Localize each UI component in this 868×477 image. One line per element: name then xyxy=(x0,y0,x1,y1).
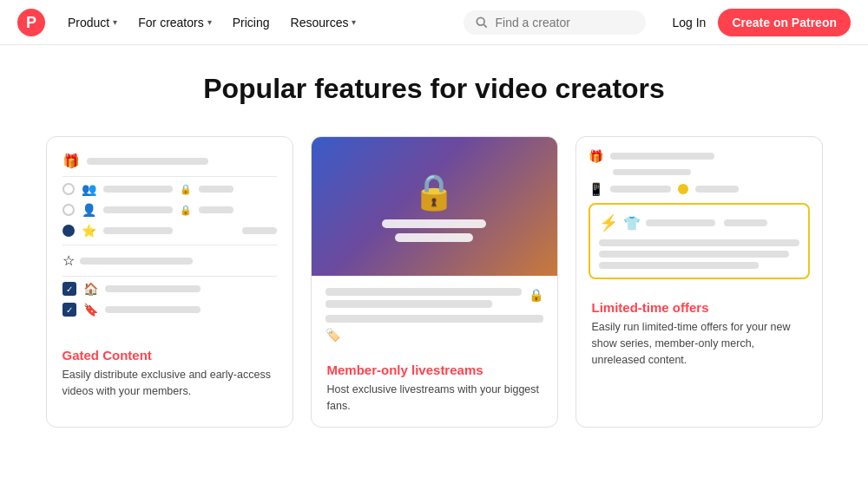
shirt-icon: 👕 xyxy=(623,215,641,232)
card2-video-mock: 🔒 xyxy=(312,137,557,276)
star2-icon: ☆ xyxy=(62,252,75,269)
mock-checkbox-checked2: ✓ xyxy=(62,303,76,317)
card-gated-content: 🎁 👥 🔒 👤 🔒 ⭐ xyxy=(46,136,293,428)
lightning-icon: ⚡ xyxy=(599,213,618,232)
mock-row-5: ✓ 🏠 xyxy=(62,282,277,296)
feature-title-offers: Limited-time offers xyxy=(592,300,806,315)
mock-radio xyxy=(62,204,75,216)
mock-row-4: ⭐ xyxy=(62,224,277,238)
mock-divider xyxy=(62,176,277,177)
mock-bar xyxy=(326,315,543,323)
logo[interactable]: P xyxy=(17,9,45,36)
mock-bar xyxy=(646,219,715,226)
feature-desc-offers: Easily run limited-time offers for your … xyxy=(592,319,806,368)
card2-text-lines xyxy=(326,288,522,308)
c3-top-rows: 🎁 📱 xyxy=(589,149,810,196)
mock-bar xyxy=(105,306,201,313)
mock-checkbox-checked: ✓ xyxy=(62,282,76,296)
mock-bar xyxy=(103,206,173,213)
c3-row-2: 📱 xyxy=(589,182,810,196)
offer-highlighted-box: ⚡ 👕 xyxy=(589,203,810,279)
page-title: Popular features for video creators xyxy=(17,73,851,105)
mock-bar xyxy=(695,186,739,193)
mock-bar xyxy=(724,219,767,226)
card1-footer: Gated Content Easily distribute exclusiv… xyxy=(47,339,293,412)
mock-bar xyxy=(242,227,277,234)
mock-divider xyxy=(62,245,277,245)
mock-divider xyxy=(62,276,277,277)
gift-icon: 🎁 xyxy=(589,149,603,163)
create-cta-button[interactable]: Create on Patreon xyxy=(718,9,851,36)
nav-items: Product ▾ For creators ▾ Pricing Resourc… xyxy=(59,10,464,35)
feature-title-gated: Gated Content xyxy=(62,348,277,363)
lock-icon: 🔒 xyxy=(180,184,192,195)
svg-line-1 xyxy=(484,24,488,28)
lock-icon: 🔒 xyxy=(529,288,543,302)
mock-row-2: 👥 🔒 xyxy=(62,182,277,196)
mock-bar xyxy=(80,258,193,265)
people-icon: 👥 xyxy=(82,182,96,196)
feature-title-livestream: Member-only livestreams xyxy=(327,363,542,377)
c3-row-1: 🎁 xyxy=(589,149,810,163)
lock-icon: 🔒 xyxy=(180,205,192,216)
mock-bar xyxy=(105,285,201,292)
nav-for-creators[interactable]: For creators ▾ xyxy=(129,10,220,35)
mock-row-6: ✓ 🔖 xyxy=(62,303,277,317)
feature-cards: 🎁 👥 🔒 👤 🔒 ⭐ xyxy=(0,122,868,428)
offer-lines xyxy=(599,239,799,269)
mock-star-row: ☆ xyxy=(62,252,277,269)
card2-footer: Member-only livestreams Host exclusive l… xyxy=(312,354,557,427)
star-icon: ⭐ xyxy=(82,224,96,238)
nav-product-label: Product xyxy=(68,16,109,29)
search-bar[interactable] xyxy=(464,10,646,35)
mock-bar xyxy=(599,251,789,258)
card-limited-offers: 🎁 📱 ⚡ 👕 xyxy=(575,136,823,428)
mock-bar xyxy=(326,300,492,308)
logo-icon: P xyxy=(26,15,36,30)
mock-bar xyxy=(599,262,760,269)
lock-big-icon: 🔒 xyxy=(412,172,456,212)
mock-bar xyxy=(103,227,173,234)
mock-bar xyxy=(613,169,691,175)
mock-bar xyxy=(610,153,714,160)
bookmark-icon: 🔖 xyxy=(83,303,98,317)
mock-bar xyxy=(199,186,233,193)
card3-mockup: 🎁 📱 ⚡ 👕 xyxy=(576,137,822,291)
mock-bar xyxy=(199,206,233,213)
mock-bar xyxy=(610,186,671,193)
status-dot xyxy=(678,184,688,194)
gift-icon: 🎁 xyxy=(62,153,80,169)
mock-radio xyxy=(62,183,75,195)
mock-bar xyxy=(326,288,522,296)
chevron-down-icon: ▾ xyxy=(352,17,356,27)
mock-radio-checked xyxy=(62,225,75,237)
card2-meta-row: 🔒 xyxy=(326,288,543,308)
offer-header: ⚡ 👕 xyxy=(599,213,799,232)
nav-product[interactable]: Product ▾ xyxy=(59,10,126,35)
card-livestreams: 🔒 🔒 🏷️ Member-only livestreams xyxy=(311,136,558,428)
lock-bars xyxy=(382,219,486,242)
search-input[interactable] xyxy=(495,16,634,29)
card2-tag-row: 🏷️ xyxy=(326,328,543,342)
login-button[interactable]: Log In xyxy=(660,10,718,36)
home-icon: 🏠 xyxy=(83,282,98,296)
search-icon xyxy=(476,16,488,29)
mock-row-3: 👤 🔒 xyxy=(62,203,277,217)
people2-icon: 👤 xyxy=(82,203,96,217)
svg-point-0 xyxy=(477,17,485,25)
mock-bar xyxy=(87,158,208,165)
tag-icon: 🏷️ xyxy=(326,328,340,342)
mock-bar xyxy=(103,186,173,193)
lock-bar xyxy=(382,219,486,228)
nav-for-creators-label: For creators xyxy=(138,16,203,29)
card3-footer: Limited-time offers Easily run limited-t… xyxy=(576,291,822,380)
card1-mockup: 🎁 👥 🔒 👤 🔒 ⭐ xyxy=(47,137,293,339)
chevron-down-icon: ▾ xyxy=(207,17,212,27)
card2-bottom: 🔒 🏷️ xyxy=(312,276,557,354)
nav-pricing[interactable]: Pricing xyxy=(224,10,279,35)
feature-desc-livestream: Host exclusive livestreams with your big… xyxy=(327,382,542,415)
hero-section: Popular features for video creators xyxy=(0,45,868,122)
lock-overlay: 🔒 xyxy=(382,172,486,242)
nav-resources[interactable]: Resources ▾ xyxy=(282,10,365,35)
nav-pricing-label: Pricing xyxy=(233,16,270,29)
